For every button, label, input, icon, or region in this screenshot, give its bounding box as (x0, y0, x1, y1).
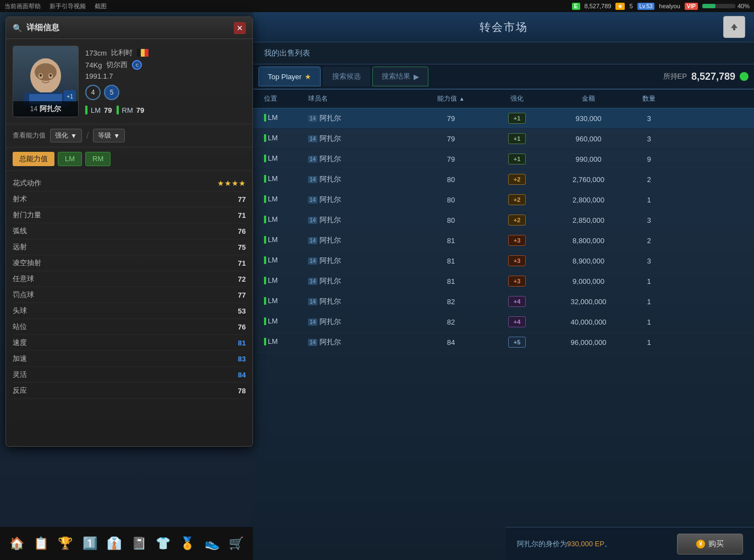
td-name: 14 阿扎尔 (308, 113, 418, 123)
pos-bar-icon (264, 195, 266, 203)
taskbar-icon-9[interactable]: 🛒 (224, 531, 249, 556)
detail-dialog: 🔍 详细信息 ✕ +1 1 (5, 17, 253, 447)
col-count: 数量 (627, 94, 671, 103)
table-row[interactable]: LM 14 阿扎尔 84 +5 96,000,000 1 (253, 332, 754, 353)
table-row[interactable]: LM 14 阿扎尔 80 +2 2,760,000 2 (253, 169, 754, 190)
xp-bar (702, 4, 735, 8)
svg-rect-1 (733, 28, 735, 30)
player-name-cell: 14 阿扎尔 (308, 195, 418, 205)
stat-value: 76 (229, 323, 246, 331)
col-name: 球员名 (308, 94, 418, 103)
pos-text: LM (268, 215, 278, 223)
td-enhance: +1 (484, 133, 550, 144)
td-price: 990,000 (550, 155, 627, 163)
player-name-display: 阿扎尔 (40, 104, 61, 114)
stat-value: 71 (229, 211, 246, 219)
player-name-cell: 14 阿扎尔 (308, 235, 418, 245)
pos-text: LM (268, 174, 278, 183)
player-name: 阿扎尔 (320, 113, 341, 123)
table-row[interactable]: LM 14 阿扎尔 81 +3 9,000,000 1 (253, 271, 754, 292)
table-row[interactable]: LM 14 阿扎尔 82 +4 32,000,000 1 (253, 292, 754, 312)
stat-name: 灵活 (13, 370, 229, 380)
taskbar-icon-7[interactable]: 🏅 (175, 531, 200, 556)
player-num: 14 (308, 196, 317, 204)
player-num: 14 (308, 298, 317, 305)
tab-rm[interactable]: RM (85, 152, 111, 166)
buy-button[interactable]: ¥ 购买 (677, 534, 743, 554)
taskbar-icon-2[interactable]: 🏆 (53, 531, 78, 556)
position-badge: LM (264, 215, 278, 223)
my-listings-bar: 我的出售列表 (253, 42, 754, 64)
stat-row: 加速 83 (13, 351, 246, 367)
player-name-cell: 14 阿扎尔 (308, 317, 418, 327)
menu-item-3[interactable]: 截图 (95, 2, 107, 10)
tab-search[interactable]: 搜索候选 (323, 67, 370, 86)
table-row[interactable]: LM 14 阿扎尔 80 +2 2,800,000 1 (253, 190, 754, 210)
stat-value: 77 (229, 291, 246, 299)
taskbar-icon-3[interactable]: 1️⃣ (78, 531, 102, 556)
pos-bar-icon (264, 134, 266, 142)
pos-text: LM (268, 235, 278, 244)
enhance-badge: +4 (508, 316, 526, 327)
close-button[interactable]: ✕ (234, 22, 246, 34)
ep-dot-icon (740, 72, 749, 81)
taskbar-icon-5[interactable]: 📓 (126, 531, 151, 556)
player-name: 阿扎尔 (320, 195, 341, 205)
td-count: 1 (627, 298, 671, 306)
tab-overall[interactable]: 总能力值 (13, 152, 54, 166)
td-position: LM (264, 337, 308, 347)
position-badge: LM (264, 154, 278, 162)
player-num: 14 (308, 237, 317, 244)
tab-top-player[interactable]: Top Player ★ (258, 67, 321, 86)
player-name: 阿扎尔 (320, 134, 341, 144)
table-row[interactable]: LM 14 阿扎尔 82 +4 40,000,000 1 (253, 312, 754, 332)
player-photo: +1 14 阿扎尔 (13, 46, 79, 117)
td-enhance: +4 (484, 296, 550, 307)
table-row[interactable]: LM 14 阿扎尔 79 +1 990,000 9 (253, 149, 754, 169)
td-price: 40,000,000 (550, 318, 627, 326)
position-badge: LM (264, 134, 278, 142)
taskbar-icon-8[interactable]: 👟 (200, 531, 224, 556)
td-name: 14 阿扎尔 (308, 297, 418, 306)
grade-dropdown[interactable]: 等级 ▼ (93, 129, 125, 142)
td-name: 14 阿扎尔 (308, 174, 418, 184)
table-row[interactable]: LM 14 阿扎尔 80 +2 2,850,000 3 (253, 210, 754, 230)
taskbar-icon-4[interactable]: 👔 (102, 531, 126, 556)
upload-button[interactable] (723, 16, 745, 38)
stat-tabs: 总能力值 LM RM (6, 147, 252, 171)
menu-item-2[interactable]: 新手引导视频 (49, 2, 86, 10)
taskbar-icon-1[interactable]: 📋 (29, 531, 53, 556)
table-row[interactable]: LM 14 阿扎尔 81 +3 8,900,000 3 (253, 251, 754, 271)
player-name: 阿扎尔 (320, 297, 341, 306)
table-header: 位置 球员名 能力值 ▲ 强化 金额 数量 (253, 90, 754, 108)
level-badge: Lv.53 (637, 3, 655, 10)
table-row[interactable]: LM 14 阿扎尔 79 +1 960,000 3 (253, 129, 754, 149)
table-row[interactable]: LM 14 阿扎尔 79 +1 930,000 3 (253, 108, 754, 129)
td-position: LM (264, 113, 308, 123)
search-icon: 🔍 (13, 24, 22, 32)
table-row[interactable]: LM 14 阿扎尔 81 +3 8,800,000 2 (253, 230, 754, 251)
td-position: LM (264, 195, 308, 205)
player-name: 阿扎尔 (320, 154, 341, 164)
menu-item-1[interactable]: 当前画面帮助 (4, 2, 41, 10)
stat-name: 花式动作 (13, 178, 217, 188)
td-count: 3 (627, 216, 671, 224)
pos-text: LM (268, 317, 278, 325)
stat-name: 弧线 (13, 226, 229, 236)
my-listings-tab[interactable]: 我的出售列表 (264, 48, 310, 58)
taskbar-icon-0[interactable]: 🏠 (4, 531, 29, 556)
stat-value: 78 (229, 387, 246, 395)
pos-rm: RM 79 (117, 106, 145, 114)
stat-name: 射术 (13, 194, 229, 204)
tab-results[interactable]: 搜索结果 ▶ (372, 67, 428, 86)
player-name-cell: 14 阿扎尔 (308, 337, 418, 347)
enhance-dropdown[interactable]: 强化 ▼ (50, 129, 82, 142)
stat-value: 75 (229, 243, 246, 251)
camera-overlay: +1 (64, 90, 76, 102)
td-enhance: +3 (484, 276, 550, 287)
taskbar-icon-6[interactable]: 👕 (151, 531, 175, 556)
top-bar-right: E 8,527,789 ★ 5 Lv.53 healyou VIP 40% (572, 3, 750, 10)
transfer-panel: 转会市场 我的出售列表 Top Player ★ 搜索候选 搜索结果 ▶ 所持E… (253, 12, 754, 560)
birthdate: 1991.1.7 (85, 72, 113, 80)
tab-lm[interactable]: LM (58, 152, 82, 166)
